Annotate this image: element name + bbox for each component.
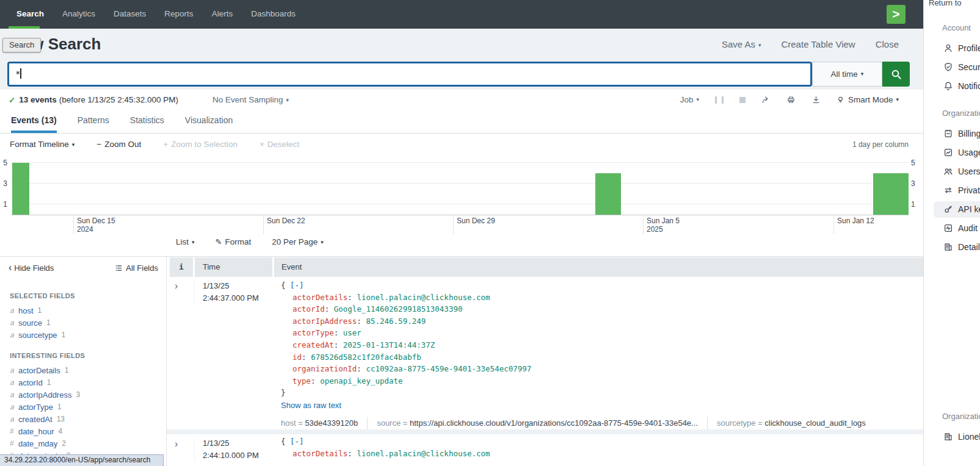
time-range-picker[interactable]: All time ▾: [812, 62, 882, 87]
expand-chevron-icon[interactable]: ›: [175, 439, 178, 449]
row-separator: [167, 429, 923, 434]
results-toolbar: List▾ ✎Format 20 Per Page▾: [176, 237, 324, 246]
format-results-button[interactable]: ✎Format: [216, 237, 252, 246]
results-tabs-bar: Events (13)PatternsStatisticsVisualizati…: [0, 110, 923, 134]
field-sourcetype[interactable]: asourcetype1: [10, 329, 162, 341]
json-key[interactable]: actorIpAddress: [292, 317, 357, 326]
return-to-link[interactable]: Return to: [929, 0, 961, 7]
search-button[interactable]: [882, 62, 910, 87]
menu-item-label: Notifications: [958, 81, 980, 91]
json-value[interactable]: lionel.palacin@clickhouse.com: [357, 449, 490, 458]
nav-item-reports[interactable]: Reports: [155, 0, 202, 29]
json-value[interactable]: user: [343, 328, 361, 337]
field-source[interactable]: asource1: [10, 317, 162, 329]
event-sampling-dropdown[interactable]: No Event Sampling▾: [212, 95, 289, 104]
job-status: ✓ 13 events (before 1/13/25 2:45:32.000 …: [9, 90, 289, 110]
field-date-hour[interactable]: #date_hour4: [10, 425, 162, 437]
timeline-bar[interactable]: [12, 163, 29, 215]
all-fields-button[interactable]: All Fields: [115, 263, 158, 273]
field-actordetails[interactable]: aactorDetails1: [10, 364, 162, 376]
tab-visualization[interactable]: Visualization: [185, 110, 233, 133]
download-icon: [811, 95, 821, 104]
json-collapse-link[interactable]: [-]: [290, 437, 304, 446]
json-value[interactable]: 2025-01-13T14:44:37Z: [343, 340, 435, 349]
json-value[interactable]: openapi_key_update: [320, 376, 402, 385]
meta-host[interactable]: host = 53de4339120b: [281, 417, 358, 429]
meta-source[interactable]: source = https://api.clickhouse.cloud/v1…: [367, 417, 698, 429]
menu-item-profile[interactable]: Profile: [924, 41, 980, 56]
stop-button[interactable]: [739, 97, 746, 103]
nav-item-datasets[interactable]: Datasets: [104, 0, 155, 29]
zoom-to-selection-button[interactable]: +Zoom to Selection: [163, 140, 238, 149]
json-collapse-link[interactable]: [-]: [290, 281, 304, 290]
job-dropdown[interactable]: Job▾: [680, 95, 699, 104]
json-key[interactable]: actorDetails: [292, 449, 347, 458]
meta-sourcetype[interactable]: sourcetype = clickhouse_cloud_audit_logs: [707, 417, 866, 429]
menu-item-usage[interactable]: Usage: [924, 146, 980, 160]
zoom-out-button[interactable]: −Zoom Out: [96, 140, 141, 149]
menu-item-api-keys[interactable]: API keys: [924, 203, 980, 217]
json-key[interactable]: createdAt: [292, 340, 334, 349]
json-key[interactable]: actorDetails: [292, 293, 347, 302]
json-value[interactable]: lionel.palacin@clickhouse.com: [357, 293, 490, 302]
expand-chevron-icon[interactable]: ›: [175, 281, 178, 291]
timeline-bar[interactable]: [873, 173, 909, 215]
menu-item-security[interactable]: Security: [924, 60, 980, 75]
print-button[interactable]: [786, 95, 796, 104]
field-actorid[interactable]: aactorId1: [10, 376, 162, 389]
tab-statistics[interactable]: Statistics: [130, 110, 164, 133]
share-button[interactable]: [761, 95, 771, 104]
json-key[interactable]: id: [292, 353, 302, 362]
pause-button[interactable]: [715, 96, 724, 104]
menu-item-private[interactable]: Private: [924, 184, 980, 198]
deselect-button[interactable]: ×Deselect: [260, 140, 299, 149]
json-value[interactable]: cc1092aa-8775-459e-9401-33e54ec07997: [366, 364, 531, 373]
bulb-icon: [837, 96, 844, 104]
timeline-chart[interactable]: [11, 154, 909, 215]
field-type-prefix: a: [10, 390, 18, 399]
field-type-prefix: a: [10, 318, 18, 327]
xaxis-tick: [453, 215, 454, 234]
format-timeline-dropdown[interactable]: Format Timeline▾: [10, 140, 74, 149]
field-type-prefix: a: [10, 415, 18, 423]
field-date-mday[interactable]: #date_mday2: [10, 437, 162, 450]
timeline-bar[interactable]: [595, 173, 621, 215]
top-nav: SearchAnalyticsDatasetsReportsAlertsDash…: [0, 0, 923, 29]
show-raw-text-link[interactable]: Show as raw text: [281, 400, 923, 412]
json-key[interactable]: actorId: [292, 304, 325, 314]
field-actortype[interactable]: aactorType1: [10, 401, 162, 413]
nav-item-search[interactable]: Search: [7, 0, 53, 29]
action-save-as[interactable]: Save As▾: [722, 39, 761, 49]
json-key[interactable]: type: [292, 376, 311, 385]
action-close[interactable]: Close: [876, 39, 899, 49]
menu-item-notifications[interactable]: Notifications: [924, 79, 980, 94]
nav-item-dashboards[interactable]: Dashboards: [242, 0, 305, 29]
menu-item-billing[interactable]: Billing: [924, 127, 980, 142]
action-create-table-view[interactable]: Create Table View: [781, 39, 855, 49]
json-key[interactable]: organizationId: [292, 364, 357, 373]
json-value[interactable]: Google_114602629918513043390: [334, 304, 463, 314]
menu-item-users[interactable]: Users: [924, 165, 980, 179]
menu-item-details[interactable]: Details: [924, 240, 980, 255]
menu-item-lionel[interactable]: Lionel: [924, 430, 980, 445]
field-createdat[interactable]: acreatedAt13: [10, 413, 162, 425]
search-mode-dropdown[interactable]: Smart Mode▾: [837, 95, 899, 104]
field-host[interactable]: ahost1: [10, 304, 162, 317]
hide-fields-button[interactable]: ‹Hide Fields: [9, 263, 54, 273]
list-view-dropdown[interactable]: List▾: [176, 237, 195, 246]
json-key[interactable]: actorType: [292, 328, 334, 337]
per-page-dropdown[interactable]: 20 Per Page▾: [272, 237, 324, 246]
splunk-logo-icon[interactable]: >: [887, 5, 906, 24]
nav-item-alerts[interactable]: Alerts: [203, 0, 242, 29]
export-button[interactable]: [811, 95, 821, 104]
panel-section-organization: Organization: [942, 109, 980, 118]
search-input[interactable]: *: [7, 62, 812, 87]
json-value[interactable]: 85.246.59.249: [366, 317, 426, 326]
field-actoripaddress[interactable]: aactorIpAddress3: [10, 389, 162, 401]
nav-item-analytics[interactable]: Analytics: [53, 0, 104, 29]
tab-patterns[interactable]: Patterns: [78, 110, 109, 133]
meta-value: clickhouse_cloud_audit_logs: [764, 418, 866, 428]
tab-events-13[interactable]: Events (13): [11, 110, 57, 133]
menu-item-audit[interactable]: Audit: [924, 221, 980, 236]
json-value[interactable]: 678526d582c1f20fac4babfb: [311, 353, 421, 362]
